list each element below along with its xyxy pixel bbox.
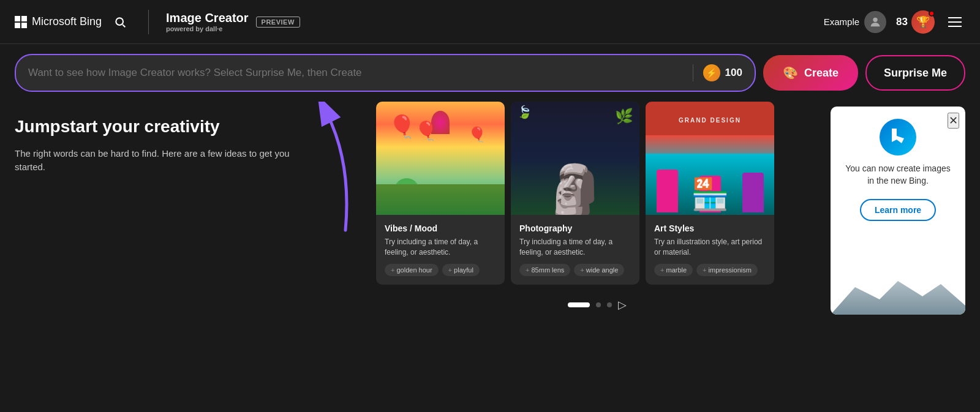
vibes-tag-2[interactable]: playful <box>442 264 480 276</box>
art-styles-card-description: Try an illustration style, art period or… <box>654 237 766 258</box>
surprise-me-button[interactable]: Surprise Me <box>865 55 965 91</box>
create-button[interactable]: 🎨 Create <box>763 55 858 91</box>
surprise-label: Surprise Me <box>884 67 947 79</box>
photo-tag-1[interactable]: 85mm lens <box>519 264 570 276</box>
vibes-card-image: 🎈 🎈 <box>376 102 505 215</box>
close-ad-button[interactable]: ✕ <box>948 113 959 129</box>
reward-icon: 🏆 <box>911 10 935 34</box>
pagination-dot-2[interactable] <box>596 302 601 307</box>
reward-count: 83 <box>896 16 908 28</box>
creativity-heading: Jumpstart your creativity <box>15 116 296 137</box>
header-search-button[interactable] <box>109 11 131 33</box>
image-creator-title: Image Creator <box>166 11 249 25</box>
vibes-card-category: Vibes / Mood <box>385 223 496 233</box>
vibes-card-body: Vibes / Mood Try including a time of day… <box>376 215 505 285</box>
user-name: Example <box>824 17 859 27</box>
ad-text: You can now create images in the new Bin… <box>843 163 953 187</box>
windows-grid-icon <box>15 16 27 28</box>
powered-by-label: powered by DALL·E <box>166 25 249 32</box>
bing-brand-name: Microsoft Bing <box>32 15 102 28</box>
photography-card-description: Try including a time of day, a feeling, … <box>519 237 631 258</box>
svg-marker-4 <box>831 281 965 315</box>
art-styles-card-body: Art Styles Try an illustration style, ar… <box>646 215 774 285</box>
rewards-button[interactable]: 83 🏆 <box>896 10 935 34</box>
photo-tag-2[interactable]: wide angle <box>574 264 624 276</box>
user-profile-button[interactable]: Example <box>824 11 886 33</box>
main-content: Jumpstart your creativity The right word… <box>0 102 980 412</box>
svg-point-0 <box>116 18 123 25</box>
ad-panel: ✕ You can now create images in the new B… <box>831 107 965 315</box>
ad-mountain-bg <box>831 275 965 315</box>
svg-point-2 <box>873 17 877 21</box>
art-styles-card-category: Art Styles <box>654 223 766 233</box>
svg-line-1 <box>123 24 125 27</box>
ad-bing-logo <box>880 119 916 155</box>
prompt-input[interactable] <box>28 67 688 79</box>
left-panel: Jumpstart your creativity The right word… <box>15 102 296 189</box>
photography-card-image: 🗿 🌿 🍃 <box>511 102 639 215</box>
learn-more-button[interactable]: Learn more <box>860 199 936 221</box>
pagination-dot-1[interactable] <box>568 302 590 307</box>
header-left: Microsoft Bing Image Creator powered by … <box>15 10 300 34</box>
image-creator-info: Image Creator powered by DALL·E <box>166 11 249 32</box>
coin-count: 100 <box>725 67 742 79</box>
art-tag-2[interactable]: impressionism <box>696 264 758 276</box>
header-divider <box>148 10 149 34</box>
vibes-card: 🎈 🎈 Vibes / Mood Try including a time of… <box>376 102 505 285</box>
vibes-card-tags: golden hour playful <box>385 264 496 276</box>
coin-icon: ⚡ <box>703 64 720 81</box>
art-styles-card-image: GRAND DESIGN <box>646 102 774 215</box>
pagination: ▷ <box>376 291 818 319</box>
coin-section: ⚡ 100 <box>693 64 742 81</box>
photography-card-body: Photography Try including a time of day,… <box>511 215 639 285</box>
photography-card-category: Photography <box>519 223 631 233</box>
art-styles-card-tags: marble impressionism <box>654 264 766 276</box>
bing-logo[interactable]: Microsoft Bing <box>15 15 102 28</box>
pagination-next-button[interactable]: ▷ <box>618 298 627 312</box>
create-icon: 🎨 <box>783 66 798 80</box>
search-bar-wrapper: ⚡ 100 <box>15 54 756 92</box>
vibes-card-description: Try including a time of day, a feeling, … <box>385 237 496 258</box>
cards-row: 🎈 🎈 Vibes / Mood Try including a time of… <box>376 102 818 285</box>
search-section: ⚡ 100 🎨 Create Surprise Me <box>0 44 980 102</box>
photography-card: 🗿 🌿 🍃 Photography Try including a time o… <box>511 102 639 285</box>
hamburger-menu-button[interactable] <box>944 13 965 31</box>
creativity-arrow <box>309 102 364 236</box>
create-label: Create <box>804 67 839 80</box>
cards-section: 🎈 🎈 Vibes / Mood Try including a time of… <box>376 102 818 319</box>
arrow-section <box>309 102 364 239</box>
user-avatar <box>864 11 886 33</box>
creativity-description: The right words can be hard to find. Her… <box>15 147 296 174</box>
vibes-tag-1[interactable]: golden hour <box>385 264 439 276</box>
art-styles-card: GRAND DESIGN Art Styles Try an illustrat… <box>646 102 774 285</box>
header-right: Example 83 🏆 <box>824 10 965 34</box>
header: Microsoft Bing Image Creator powered by … <box>0 0 980 44</box>
pagination-dot-3[interactable] <box>607 302 612 307</box>
photography-card-tags: 85mm lens wide angle <box>519 264 631 276</box>
preview-badge: PREVIEW <box>256 17 300 28</box>
art-tag-1[interactable]: marble <box>654 264 693 276</box>
